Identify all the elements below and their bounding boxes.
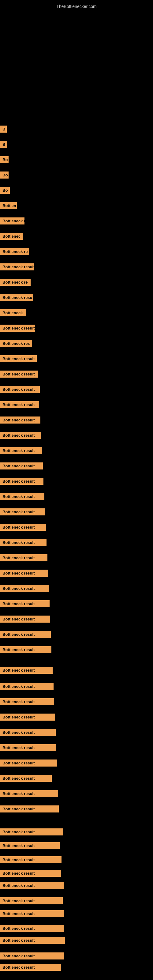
bottleneck-bar-55: Bottleneck result bbox=[0, 953, 64, 959]
bottleneck-bar-44: Bottleneck result bbox=[0, 790, 58, 797]
bottleneck-bar-38: Bottleneck result bbox=[0, 698, 54, 705]
bottleneck-bar-32: Bottleneck result bbox=[0, 600, 49, 607]
bottleneck-bar-11: Bottleneck re bbox=[0, 279, 30, 286]
bottleneck-bar-2: B bbox=[0, 141, 7, 148]
bottleneck-bar-24: Bottleneck result bbox=[0, 478, 43, 485]
bottleneck-bar-8: Bottlenec bbox=[0, 233, 23, 240]
bottleneck-bar-23: Bottleneck result bbox=[0, 463, 43, 469]
bottleneck-bar-6: Bottlen bbox=[0, 202, 17, 209]
bottleneck-bar-1: B bbox=[0, 126, 7, 133]
bottleneck-bar-12: Bottleneck resu bbox=[0, 294, 33, 301]
bottleneck-bar-18: Bottleneck result bbox=[0, 386, 40, 393]
bottleneck-bar-15: Bottleneck res bbox=[0, 340, 32, 347]
bottleneck-bar-42: Bottleneck result bbox=[0, 759, 57, 767]
bottleneck-bar-41: Bottleneck result bbox=[0, 744, 56, 751]
bottleneck-bar-56: Bottleneck result bbox=[0, 964, 61, 971]
bottleneck-bar-27: Bottleneck result bbox=[0, 524, 46, 531]
bottleneck-bar-46: Bottleneck result bbox=[0, 829, 63, 835]
bottleneck-bar-7: Bottleneck r bbox=[0, 218, 24, 224]
bottleneck-bar-37: Bottleneck result bbox=[0, 683, 54, 690]
bottleneck-bar-35: Bottleneck result bbox=[0, 646, 51, 653]
bottleneck-bar-25: Bottleneck result bbox=[0, 493, 45, 500]
bottleneck-bar-47: Bottleneck result bbox=[0, 842, 60, 849]
bottleneck-bar-51: Bottleneck result bbox=[0, 897, 63, 904]
bottleneck-bar-53: Bottleneck result bbox=[0, 925, 64, 932]
bottleneck-bar-3: Bo bbox=[0, 156, 9, 163]
bottleneck-bar-48: Bottleneck result bbox=[0, 856, 62, 863]
bottleneck-bar-54: Bottleneck result bbox=[0, 937, 65, 944]
bottleneck-bar-16: Bottleneck result bbox=[0, 355, 37, 362]
bottleneck-bar-40: Bottleneck result bbox=[0, 729, 56, 736]
bottleneck-bar-36: Bottleneck result bbox=[0, 667, 53, 674]
bottleneck-bar-5: Bo bbox=[0, 187, 10, 194]
bottleneck-bar-34: Bottleneck result bbox=[0, 631, 51, 638]
bottleneck-bar-4: Bo bbox=[0, 172, 9, 178]
bottleneck-bar-29: Bottleneck result bbox=[0, 554, 48, 562]
bottleneck-bar-52: Bottleneck result bbox=[0, 910, 64, 917]
bottleneck-bar-45: Bottleneck result bbox=[0, 805, 59, 813]
bottleneck-bar-17: Bottleneck result bbox=[0, 371, 38, 378]
bottleneck-bar-49: Bottleneck result bbox=[0, 870, 61, 877]
bottleneck-bar-10: Bottleneck result bbox=[0, 263, 33, 270]
bottleneck-bar-31: Bottleneck result bbox=[0, 585, 49, 592]
bottleneck-bar-9: Bottleneck re bbox=[0, 248, 29, 255]
bottleneck-bar-33: Bottleneck result bbox=[0, 616, 50, 623]
bottleneck-bar-14: Bottleneck result bbox=[0, 325, 35, 332]
bottleneck-bar-43: Bottleneck result bbox=[0, 775, 52, 782]
site-title: TheBottlenecker.com bbox=[0, 2, 153, 11]
bottleneck-bar-21: Bottleneck result bbox=[0, 432, 41, 439]
bottleneck-bar-28: Bottleneck result bbox=[0, 539, 46, 546]
bottleneck-bar-13: Bottleneck bbox=[0, 309, 26, 317]
bottleneck-bar-30: Bottleneck result bbox=[0, 570, 48, 577]
bottleneck-bar-20: Bottleneck result bbox=[0, 417, 40, 423]
bottleneck-bar-39: Bottleneck result bbox=[0, 714, 55, 721]
bottleneck-bar-50: Bottleneck result bbox=[0, 882, 64, 889]
bottleneck-bar-22: Bottleneck result bbox=[0, 447, 42, 454]
bottleneck-bar-26: Bottleneck result bbox=[0, 508, 45, 515]
bottleneck-bar-19: Bottleneck result bbox=[0, 401, 39, 408]
